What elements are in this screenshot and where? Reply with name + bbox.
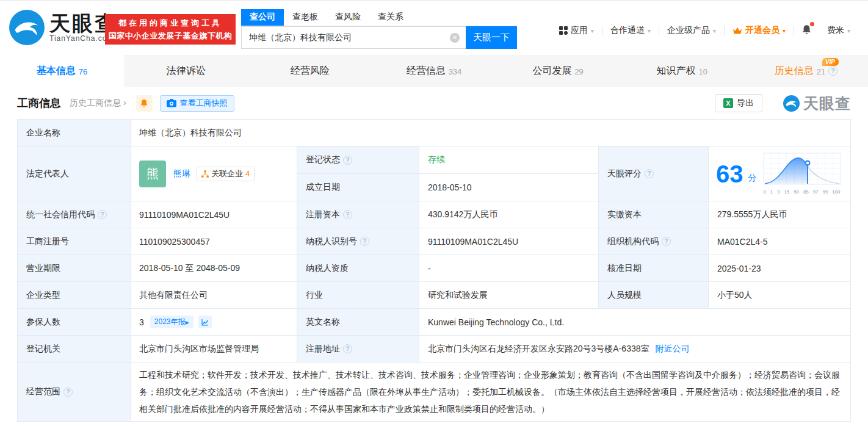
tab-count: 334 [449, 67, 462, 76]
tab-label: 历史信息 [775, 65, 814, 78]
tab-intellectual-property[interactable]: 知识产权 10 [620, 55, 744, 87]
tab-history-info[interactable]: VIP 历史信息 21 ? [744, 55, 868, 87]
tianyancha-watermark: 天眼查 [783, 93, 851, 114]
field-value-industry: 研究和试验发展 [419, 282, 599, 309]
bell-curve-chart [763, 153, 841, 187]
notifications-button[interactable] [794, 24, 819, 37]
label-text: 工商注册号 [26, 236, 69, 247]
help-icon[interactable]: ? [63, 388, 73, 397]
field-label-business-scope: 经营范围 ? [18, 363, 131, 422]
label-text: 登记机关 [26, 344, 60, 355]
nav-user-menu[interactable]: 费米 ▾ [819, 25, 858, 36]
search-tab-risk[interactable]: 查风险 [327, 9, 369, 26]
history-business-info-link[interactable]: 历史工商信息 › [70, 98, 126, 109]
search-input[interactable] [241, 26, 466, 49]
score-axis-labels: 01 315 5085 9799 100 [763, 189, 841, 195]
field-label-org-code: 组织机构代码 ? [599, 228, 709, 255]
label-text: 注册地址 [306, 344, 340, 355]
score-value: 63 [716, 162, 743, 186]
legal-rep-name-link[interactable]: 熊琳 [173, 168, 190, 179]
tab-count: 10 [699, 67, 707, 76]
label-text: 参保人数 [26, 317, 60, 328]
tab-label: 基本信息 [37, 65, 76, 78]
help-icon[interactable]: ? [645, 169, 654, 178]
slogan-line2: 国家中小企业发展子基金旗下机构 [109, 29, 233, 42]
section-title: 工商信息 [17, 96, 61, 110]
camera-icon [167, 99, 176, 107]
help-icon[interactable]: ? [343, 210, 352, 219]
field-label-tianyan-score: 天眼评分 ? [599, 146, 709, 201]
tianyancha-logo[interactable]: 天眼查 TianYanCha.com [9, 10, 117, 45]
paid-capital: 279.5555万人民币 [717, 209, 787, 220]
search-tab-relation[interactable]: 查关系 [369, 9, 412, 26]
help-icon[interactable]: ? [662, 237, 671, 246]
nav-partner[interactable]: 合作通道 ▾ [602, 25, 659, 36]
field-value-taxpayer-quality: - [419, 255, 599, 282]
nav-enterprise[interactable]: 企业级产品 ▾ [659, 25, 724, 36]
slogan-line1: 都在用的商业查询工具 [118, 16, 222, 29]
help-icon[interactable]: ? [828, 67, 837, 76]
export-button[interactable]: 导出 [715, 94, 762, 112]
insured-count: 3 [139, 317, 144, 327]
monitor-bell-button[interactable] [136, 95, 153, 112]
help-icon[interactable]: ? [360, 237, 369, 246]
label-text: 企业类型 [26, 290, 60, 301]
label-text: 注册资本 [306, 209, 340, 220]
tab-basic-info[interactable]: 基本信息 76 [0, 55, 124, 87]
tab-operation-risk[interactable]: 经营风险 [248, 55, 372, 87]
help-icon[interactable]: ? [343, 344, 352, 353]
field-label-legal-representative: 法定代表人 [18, 146, 131, 201]
tab-count: 29 [574, 67, 583, 76]
label-text: 实缴资本 [607, 209, 642, 220]
nearby-companies-link[interactable]: 附近公司 [656, 344, 690, 355]
view-business-snapshot-button[interactable]: 查看工商快照 [160, 95, 234, 112]
search-button[interactable]: 天眼一下 [466, 26, 517, 49]
score-unit: 分 [748, 173, 757, 184]
field-label-insured-count: 参保人数 [18, 309, 131, 336]
expand-icon: ▸ [186, 318, 189, 327]
tab-legal-litigation[interactable]: 法律诉讼 [124, 55, 248, 87]
field-value-company-name: 坤维（北京）科技有限公司 [131, 120, 851, 146]
site-header: 天眼查 TianYanCha.com 都在用的商业查询工具 国家中小企业发展子基… [0, 0, 868, 55]
vip-badge: VIP [822, 58, 839, 66]
nav-vip-membership[interactable]: 开通会员 ▾ [725, 25, 794, 36]
registration-authority: 北京市门头沟区市场监督管理局 [139, 344, 259, 355]
clear-search-icon[interactable]: ✕ [450, 33, 460, 43]
tab-operation-info[interactable]: 经营信息 334 [372, 55, 496, 87]
field-label-paid-capital: 实缴资本 [599, 201, 709, 228]
label-text: 成立日期 [306, 182, 340, 193]
search-tab-boss[interactable]: 查老板 [284, 9, 327, 26]
label-text: 纳税人识别号 [306, 236, 357, 247]
label-text: 人员规模 [607, 290, 642, 301]
tab-label: 公司发展 [532, 65, 571, 78]
help-icon[interactable]: ? [343, 156, 352, 165]
search-tabs: 查公司 查老板 查风险 查关系 [241, 9, 517, 26]
excel-icon [723, 98, 733, 108]
tab-label: 法律诉讼 [167, 65, 206, 78]
tab-company-development[interactable]: 公司发展 29 [496, 55, 620, 87]
field-value-taxpayer-id: 91110109MA01C2L45U [419, 228, 599, 255]
nav-apps[interactable]: 应用 ▾ [551, 25, 602, 36]
field-value-registration-number: 110109025300457 [131, 228, 297, 255]
related-companies-badge[interactable]: 关联企业 4 [197, 167, 255, 181]
business-info-table: 企业名称 坤维（北京）科技有限公司 法定代表人 熊 熊琳 关联企业 4 登记状态… [17, 119, 851, 422]
annual-report-label: 2023年报 [154, 317, 186, 327]
search-area: 查公司 查老板 查风险 查关系 ✕ 天眼一下 [241, 9, 517, 49]
nav-vip-label: 开通会员 [745, 25, 779, 36]
search-tab-company[interactable]: 查公司 [241, 9, 284, 26]
field-value-english-name: Kunwei Beijing Technology Co., Ltd. [419, 309, 851, 336]
grid-icon [559, 26, 568, 35]
label-text: 组织机构代码 [607, 236, 659, 247]
legal-rep-avatar[interactable]: 熊 [139, 161, 166, 187]
tab-label: 知识产权 [657, 65, 696, 78]
related-companies-label: 关联企业 [211, 168, 243, 179]
field-label-registration-authority: 登记机关 [18, 336, 131, 363]
field-value-tianyan-score[interactable]: 63 分 01 [709, 146, 851, 201]
field-label-taxpayer-quality: 纳税人资质 [297, 255, 419, 282]
insured-trend-chart-button[interactable] [198, 316, 212, 328]
field-value-registration-authority: 北京市门头沟区市场监督管理局 [131, 336, 297, 363]
credit-code: 91110109MA01C2L45U [139, 210, 230, 220]
help-icon[interactable]: ? [98, 210, 107, 219]
field-label-registered-address: 注册地址 ? [297, 336, 419, 363]
annual-report-badge[interactable]: 2023年报 ▸ [150, 316, 193, 328]
